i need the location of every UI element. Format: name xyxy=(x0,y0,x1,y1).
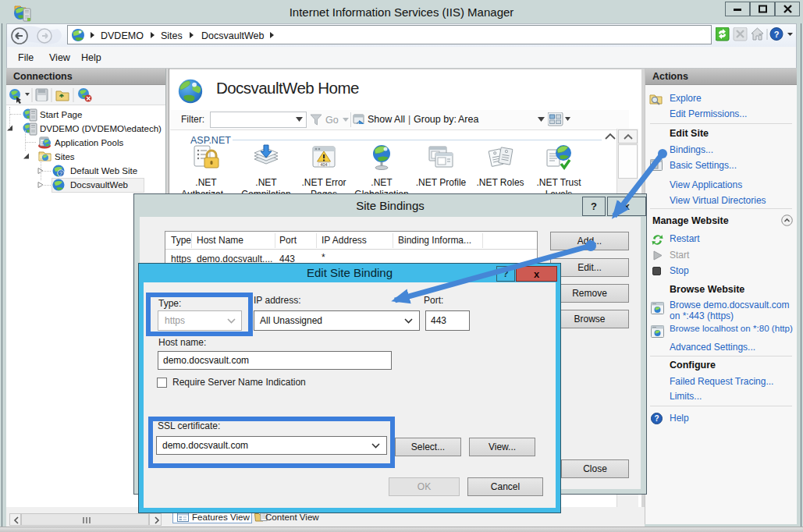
svg-text:DocsvaultWeb: DocsvaultWeb xyxy=(201,30,264,41)
svg-text:Sites: Sites xyxy=(161,30,183,41)
svg-text:?: ? xyxy=(774,30,780,39)
svg-text:Go: Go xyxy=(325,115,339,126)
svg-text:DVDEMO: DVDEMO xyxy=(101,30,144,41)
svg-text:404: 404 xyxy=(321,162,328,167)
svg-text:?: ? xyxy=(59,171,62,176)
svg-text:?: ? xyxy=(654,414,659,423)
